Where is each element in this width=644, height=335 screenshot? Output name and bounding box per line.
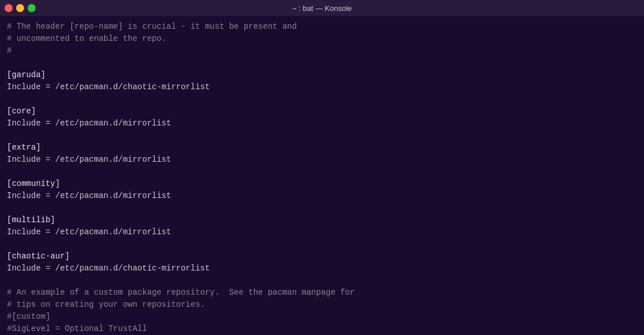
line-2: # uncommented to enable the repo. [7,33,637,45]
line-11: [extra] [7,142,637,154]
line-19 [7,238,637,250]
line-4 [7,57,637,69]
line-25: #[custom] [7,311,637,323]
maximize-button[interactable] [28,4,36,12]
line-21: Include = /etc/pacman.d/chaotic-mirrorli… [7,262,637,275]
line-24: # tips on creating your own repositories… [7,299,637,311]
titlebar: ~ : bat — Konsole [0,0,644,16]
terminal-body: # The header [repo-name] is crucial - it… [0,16,644,335]
line-9: Include = /etc/pacman.d/mirrorlist [7,117,637,130]
window-title: ~ : bat — Konsole [292,4,352,13]
line-16 [7,202,637,214]
line-1: # The header [repo-name] is crucial - it… [7,21,637,33]
line-10 [7,130,637,142]
line-5: [garuda] [7,69,637,81]
line-15: Include = /etc/pacman.d/mirrorlist [7,190,637,202]
minimize-button[interactable] [16,4,24,12]
line-13 [7,166,637,178]
line-14: [community] [7,178,637,190]
line-23: # An example of a custom package reposit… [7,287,637,299]
line-18: Include = /etc/pacman.d/mirrorlist [7,226,637,238]
line-17: [multilib] [7,214,637,226]
line-3: # [7,45,637,57]
line-26: #SigLevel = Optional TrustAll [7,323,637,335]
window-controls [5,4,36,12]
line-7 [7,93,637,105]
line-22 [7,275,637,287]
line-8: [core] [7,105,637,117]
close-button[interactable] [5,4,13,12]
line-12: Include = /etc/pacman.d/mirrorlist [7,154,637,166]
line-6: Include = /etc/pacman.d/chaotic-mirrorli… [7,81,637,93]
line-20: [chaotic-aur] [7,250,637,262]
